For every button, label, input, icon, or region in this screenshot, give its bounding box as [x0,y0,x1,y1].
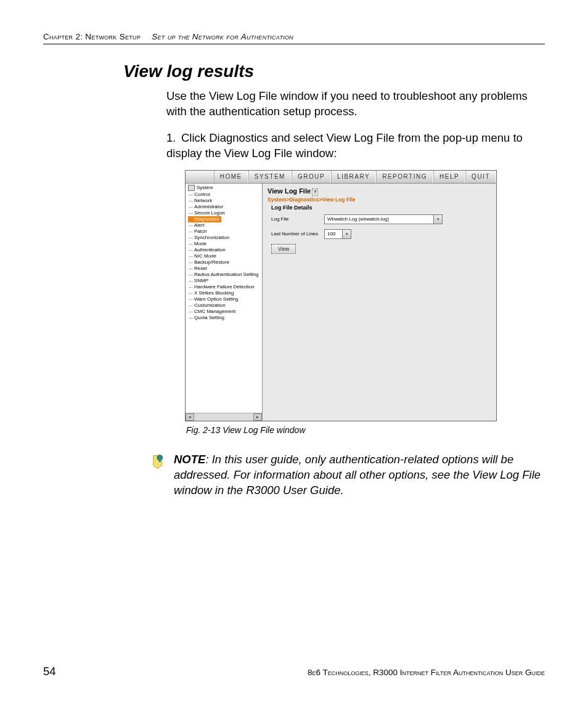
tree-item[interactable]: Quota Setting [188,315,262,321]
tree-item[interactable]: NIC Mode [188,253,262,259]
chevron-down-icon[interactable]: ▾ [433,215,442,224]
page-footer: 54 8e6 Technologies, R3000 Internet Filt… [43,665,545,678]
menubar: HOME SYSTEM GROUP LIBRARY REPORTING HELP… [186,171,496,184]
menu-home[interactable]: HOME [214,171,248,183]
tree-item[interactable]: Secure Logon [188,210,262,216]
svg-rect-2 [159,459,161,462]
tree-item[interactable]: Control [188,192,262,198]
content-pane: View Log File? System>Diagnostics>View L… [263,184,496,421]
tree-item[interactable]: Warn Option Setting [188,296,262,302]
lines-label: Last Number of Lines [271,231,324,237]
logfile-value: Wbwatch Log (wbwatch.log) [327,216,389,222]
breadcrumb: System>Diagnostics>View Log File [267,197,491,203]
tree-item[interactable]: Alert [188,222,262,229]
tree-item[interactable]: Hardware Failure Detection [188,284,262,290]
tree-item[interactable]: Administrator [188,204,262,210]
tree-item-diagnostics[interactable]: Diagnostics [188,216,221,222]
tree-item[interactable]: X Strikes Blocking [188,290,262,296]
lines-value: 100 [327,231,335,237]
header-section: Set up the Network for Authentication [152,32,293,41]
tree-root-label: System [197,185,213,190]
tree-item[interactable]: Patch [188,229,262,235]
tree-scrollbar[interactable]: ◂ ▸ [186,413,262,421]
tree-root-icon [188,185,195,191]
tree-item[interactable]: Authentication [188,247,262,253]
tree-item[interactable]: Customization [188,302,262,309]
app-window: HOME SYSTEM GROUP LIBRARY REPORTING HELP… [185,170,497,421]
menu-reporting[interactable]: REPORTING [376,171,433,183]
menu-library[interactable]: LIBRARY [331,171,376,183]
tree-item[interactable]: SNMP [188,278,262,284]
panel-title: View Log File [267,187,311,195]
header-chapter: Chapter 2: Network Setup [43,32,141,41]
intro-paragraph: Use the View Log File window if you need… [166,89,545,120]
footer-text: 8e6 Technologies, R3000 Internet Filter … [308,668,545,677]
section-title: View log results [123,62,545,81]
note-label: NOTE [174,453,205,466]
running-header: Chapter 2: Network Setup Set up the Netw… [43,32,545,44]
page-number: 54 [43,665,56,678]
note-block: NOTE: In this user guide, only authentic… [148,452,545,498]
menu-quit[interactable]: QUIT [465,171,496,183]
subheading: Log File Details [271,205,491,211]
note-text: : In this user guide, only authenticatio… [174,453,541,497]
tree-item[interactable]: Backup/Restore [188,259,262,266]
view-button[interactable]: View [271,244,296,254]
tree-item[interactable]: Network [188,198,262,204]
tree-pane: System Control Network Administrator Sec… [186,184,263,421]
tree-item[interactable]: Mode [188,241,262,247]
tree-item[interactable]: CMC Management [188,309,262,315]
menu-help[interactable]: HELP [433,171,465,183]
figure-caption: Fig. 2-13 View Log File window [186,425,496,435]
logfile-label: Log File [271,216,324,222]
menu-group[interactable]: GROUP [292,171,331,183]
figure: HOME SYSTEM GROUP LIBRARY REPORTING HELP… [185,170,496,435]
chevron-down-icon[interactable]: ▾ [342,230,351,238]
lines-dropdown[interactable]: 100 ▾ [324,229,351,239]
step-number: 1. [166,131,181,146]
logfile-dropdown[interactable]: Wbwatch Log (wbwatch.log) ▾ [324,214,443,224]
help-icon[interactable]: ? [312,189,318,196]
menu-system[interactable]: SYSTEM [248,171,292,183]
scroll-right-icon[interactable]: ▸ [253,413,262,421]
step-list: 1.Click Diagnostics and select View Log … [166,131,545,161]
note-icon [148,453,165,498]
scroll-left-icon[interactable]: ◂ [186,413,194,421]
step-text: Click Diagnostics and select View Log Fi… [166,131,523,160]
tree-item[interactable]: Reset [188,266,262,272]
tree-item[interactable]: Radius Authentication Setting [188,272,262,278]
tree-root[interactable]: System [188,185,262,192]
tree-item[interactable]: Synchronization [188,235,262,241]
